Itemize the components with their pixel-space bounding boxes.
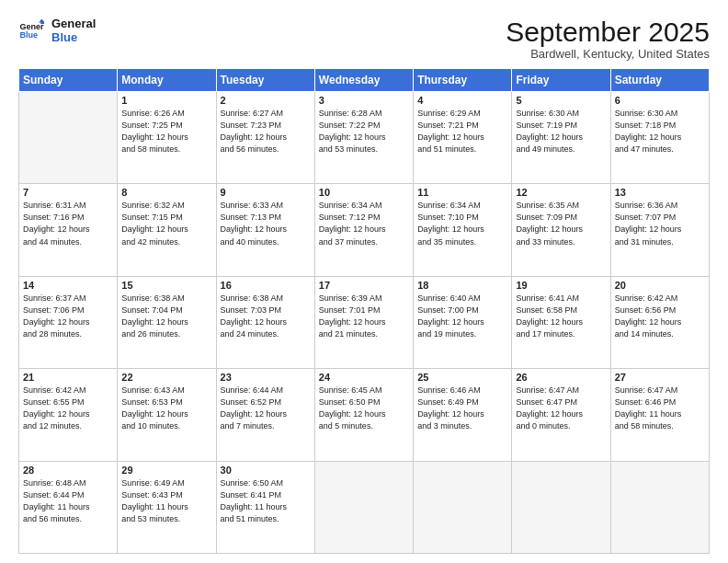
day-number: 8	[121, 187, 211, 198]
day-number: 12	[516, 187, 606, 198]
calendar-cell: 20Sunrise: 6:42 AM Sunset: 6:56 PM Dayli…	[610, 276, 709, 368]
svg-text:Blue: Blue	[19, 30, 38, 40]
day-number: 15	[121, 280, 211, 291]
day-number: 18	[417, 280, 507, 291]
svg-text:General: General	[19, 22, 44, 31]
calendar-cell: 15Sunrise: 6:38 AM Sunset: 7:04 PM Dayli…	[118, 276, 216, 368]
day-number: 5	[516, 95, 606, 106]
calendar: SundayMondayTuesdayWednesdayThursdayFrid…	[18, 68, 710, 554]
day-detail: Sunrise: 6:44 AM Sunset: 6:52 PM Dayligh…	[221, 385, 311, 432]
calendar-week-3: 14Sunrise: 6:37 AM Sunset: 7:06 PM Dayli…	[19, 276, 710, 368]
calendar-cell: 10Sunrise: 6:34 AM Sunset: 7:12 PM Dayli…	[314, 184, 413, 276]
day-detail: Sunrise: 6:40 AM Sunset: 7:00 PM Dayligh…	[417, 293, 507, 340]
calendar-cell: 30Sunrise: 6:50 AM Sunset: 6:41 PM Dayli…	[216, 461, 314, 553]
day-number: 30	[221, 465, 311, 476]
day-detail: Sunrise: 6:28 AM Sunset: 7:22 PM Dayligh…	[319, 108, 409, 155]
day-number: 2	[221, 95, 311, 106]
day-detail: Sunrise: 6:26 AM Sunset: 7:25 PM Dayligh…	[121, 108, 211, 155]
calendar-week-2: 7Sunrise: 6:31 AM Sunset: 7:16 PM Daylig…	[19, 184, 710, 276]
calendar-cell: 8Sunrise: 6:32 AM Sunset: 7:15 PM Daylig…	[118, 184, 216, 276]
calendar-cell: 21Sunrise: 6:42 AM Sunset: 6:55 PM Dayli…	[19, 369, 118, 461]
day-detail: Sunrise: 6:39 AM Sunset: 7:01 PM Dayligh…	[319, 293, 409, 340]
calendar-cell: 2Sunrise: 6:27 AM Sunset: 7:23 PM Daylig…	[216, 92, 314, 184]
calendar-cell: 11Sunrise: 6:34 AM Sunset: 7:10 PM Dayli…	[414, 184, 512, 276]
calendar-cell: 23Sunrise: 6:44 AM Sunset: 6:52 PM Dayli…	[216, 369, 314, 461]
day-detail: Sunrise: 6:43 AM Sunset: 6:53 PM Dayligh…	[121, 385, 211, 432]
calendar-week-5: 28Sunrise: 6:48 AM Sunset: 6:44 PM Dayli…	[19, 461, 710, 553]
calendar-cell: 16Sunrise: 6:38 AM Sunset: 7:03 PM Dayli…	[216, 276, 314, 368]
calendar-cell	[314, 461, 413, 553]
calendar-cell: 24Sunrise: 6:45 AM Sunset: 6:50 PM Dayli…	[314, 369, 413, 461]
calendar-cell: 19Sunrise: 6:41 AM Sunset: 6:58 PM Dayli…	[512, 276, 610, 368]
month-title: September 2025	[506, 17, 710, 47]
day-number: 23	[221, 372, 311, 383]
calendar-cell: 14Sunrise: 6:37 AM Sunset: 7:06 PM Dayli…	[19, 276, 118, 368]
calendar-header: SundayMondayTuesdayWednesdayThursdayFrid…	[19, 69, 710, 92]
calendar-cell	[19, 92, 118, 184]
day-header-monday: Monday	[118, 69, 216, 92]
calendar-cell: 26Sunrise: 6:47 AM Sunset: 6:47 PM Dayli…	[512, 369, 610, 461]
day-number: 13	[615, 187, 705, 198]
calendar-cell: 5Sunrise: 6:30 AM Sunset: 7:19 PM Daylig…	[512, 92, 610, 184]
day-detail: Sunrise: 6:34 AM Sunset: 7:12 PM Dayligh…	[319, 200, 409, 247]
day-number: 21	[23, 372, 113, 383]
day-detail: Sunrise: 6:50 AM Sunset: 6:41 PM Dayligh…	[221, 477, 311, 525]
day-detail: Sunrise: 6:38 AM Sunset: 7:03 PM Dayligh…	[221, 293, 311, 340]
calendar-cell	[512, 461, 610, 553]
calendar-cell: 7Sunrise: 6:31 AM Sunset: 7:16 PM Daylig…	[19, 184, 118, 276]
day-number: 16	[221, 280, 311, 291]
day-header-saturday: Saturday	[610, 69, 709, 92]
calendar-cell: 1Sunrise: 6:26 AM Sunset: 7:25 PM Daylig…	[118, 92, 216, 184]
day-detail: Sunrise: 6:47 AM Sunset: 6:46 PM Dayligh…	[615, 385, 705, 432]
day-detail: Sunrise: 6:42 AM Sunset: 6:55 PM Dayligh…	[23, 385, 113, 432]
day-detail: Sunrise: 6:37 AM Sunset: 7:06 PM Dayligh…	[23, 293, 113, 340]
day-number: 11	[417, 187, 507, 198]
day-detail: Sunrise: 6:33 AM Sunset: 7:13 PM Dayligh…	[221, 200, 311, 247]
calendar-cell: 27Sunrise: 6:47 AM Sunset: 6:46 PM Dayli…	[610, 369, 709, 461]
day-number: 14	[23, 280, 113, 291]
day-number: 3	[319, 95, 409, 106]
day-detail: Sunrise: 6:47 AM Sunset: 6:47 PM Dayligh…	[516, 385, 606, 432]
day-number: 9	[221, 187, 311, 198]
day-number: 26	[516, 372, 606, 383]
calendar-cell: 22Sunrise: 6:43 AM Sunset: 6:53 PM Dayli…	[118, 369, 216, 461]
page-header: General Blue General Blue September 2025…	[18, 17, 710, 61]
day-number: 25	[417, 372, 507, 383]
day-detail: Sunrise: 6:30 AM Sunset: 7:19 PM Dayligh…	[516, 108, 606, 155]
logo-general: General	[51, 17, 96, 30]
logo-icon: General Blue	[18, 17, 44, 43]
day-detail: Sunrise: 6:36 AM Sunset: 7:07 PM Dayligh…	[615, 200, 705, 247]
day-number: 27	[615, 372, 705, 383]
day-detail: Sunrise: 6:30 AM Sunset: 7:18 PM Dayligh…	[615, 108, 705, 155]
day-detail: Sunrise: 6:49 AM Sunset: 6:43 PM Dayligh…	[121, 477, 211, 525]
logo: General Blue General Blue	[18, 17, 96, 44]
day-number: 7	[23, 187, 113, 198]
day-detail: Sunrise: 6:29 AM Sunset: 7:21 PM Dayligh…	[417, 108, 507, 155]
calendar-cell: 6Sunrise: 6:30 AM Sunset: 7:18 PM Daylig…	[610, 92, 709, 184]
calendar-cell: 29Sunrise: 6:49 AM Sunset: 6:43 PM Dayli…	[118, 461, 216, 553]
calendar-cell: 18Sunrise: 6:40 AM Sunset: 7:00 PM Dayli…	[414, 276, 512, 368]
day-header-tuesday: Tuesday	[216, 69, 314, 92]
calendar-cell: 28Sunrise: 6:48 AM Sunset: 6:44 PM Dayli…	[19, 461, 118, 553]
day-number: 24	[319, 372, 409, 383]
day-header-wednesday: Wednesday	[314, 69, 413, 92]
day-detail: Sunrise: 6:42 AM Sunset: 6:56 PM Dayligh…	[615, 293, 705, 340]
location: Bardwell, Kentucky, United States	[506, 47, 710, 61]
day-header-sunday: Sunday	[19, 69, 118, 92]
calendar-cell: 9Sunrise: 6:33 AM Sunset: 7:13 PM Daylig…	[216, 184, 314, 276]
day-number: 10	[319, 187, 409, 198]
day-number: 6	[615, 95, 705, 106]
day-number: 20	[615, 280, 705, 291]
day-detail: Sunrise: 6:27 AM Sunset: 7:23 PM Dayligh…	[221, 108, 311, 155]
title-block: September 2025 Bardwell, Kentucky, Unite…	[506, 17, 710, 61]
day-detail: Sunrise: 6:34 AM Sunset: 7:10 PM Dayligh…	[417, 200, 507, 247]
day-header-thursday: Thursday	[414, 69, 512, 92]
day-number: 22	[121, 372, 211, 383]
day-detail: Sunrise: 6:32 AM Sunset: 7:15 PM Dayligh…	[121, 200, 211, 247]
calendar-week-4: 21Sunrise: 6:42 AM Sunset: 6:55 PM Dayli…	[19, 369, 710, 461]
day-number: 29	[121, 465, 211, 476]
calendar-cell: 3Sunrise: 6:28 AM Sunset: 7:22 PM Daylig…	[314, 92, 413, 184]
day-number: 17	[319, 280, 409, 291]
calendar-cell	[414, 461, 512, 553]
day-number: 19	[516, 280, 606, 291]
